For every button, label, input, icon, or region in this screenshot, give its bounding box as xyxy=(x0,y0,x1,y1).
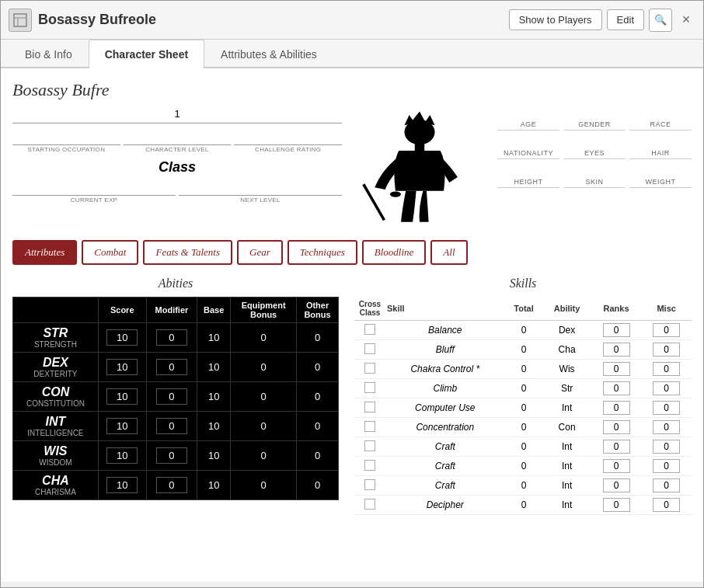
ability-modifier-wis[interactable] xyxy=(146,441,197,471)
ability-modifier-dex[interactable] xyxy=(146,353,197,382)
section-btn-attributes[interactable]: Attributes xyxy=(12,240,77,265)
skill-misc-5[interactable] xyxy=(641,418,692,437)
tab-character-sheet[interactable]: Character Sheet xyxy=(89,40,204,68)
skill-misc-2[interactable] xyxy=(641,360,692,379)
skill-ranks-input-3[interactable] xyxy=(603,381,630,395)
ability-score-cha[interactable] xyxy=(98,471,146,500)
skill-cross-0[interactable] xyxy=(354,321,385,340)
section-btn-techniques[interactable]: Techniques xyxy=(288,240,357,265)
skill-ranks-7[interactable] xyxy=(591,457,642,476)
skill-cross-8[interactable] xyxy=(354,476,385,496)
skill-misc-input-5[interactable] xyxy=(653,420,680,434)
skill-misc-input-8[interactable] xyxy=(653,478,680,492)
ability-modifier-input-wis[interactable] xyxy=(156,447,187,464)
skill-cross-3[interactable] xyxy=(354,379,385,398)
skill-ranks-input-6[interactable] xyxy=(603,440,630,454)
skill-ranks-input-0[interactable] xyxy=(603,323,630,337)
ability-modifier-input-int[interactable] xyxy=(156,418,187,434)
tab-bio-info[interactable]: Bio & Info xyxy=(9,40,89,68)
ability-score-input-int[interactable] xyxy=(106,418,138,434)
skill-misc-input-4[interactable] xyxy=(653,401,680,415)
bio-grid-row3: Height Skin Weight xyxy=(497,165,692,194)
ability-modifier-int[interactable] xyxy=(146,412,197,441)
skill-misc-8[interactable] xyxy=(641,476,692,496)
skill-total-0: 0 xyxy=(505,321,543,340)
show-to-players-button[interactable]: Show to Players xyxy=(509,9,602,30)
skin-field: Skin xyxy=(563,165,626,188)
tab-attributes-abilities[interactable]: Attributes & Abilities xyxy=(204,40,333,68)
skill-cross-7[interactable] xyxy=(354,457,385,476)
skill-ranks-input-5[interactable] xyxy=(603,420,630,434)
skill-cross-9[interactable] xyxy=(354,496,385,515)
skill-ranks-input-2[interactable] xyxy=(603,362,630,376)
ability-col-equip: EquipmentBonus xyxy=(231,297,297,323)
skill-ranks-5[interactable] xyxy=(591,418,642,437)
skill-misc-input-1[interactable] xyxy=(653,343,680,357)
skill-misc-input-6[interactable] xyxy=(653,440,680,454)
character-silhouette xyxy=(361,108,478,232)
skill-misc-1[interactable] xyxy=(641,340,692,360)
skill-row: Concentration 0 Con xyxy=(354,418,692,437)
skill-misc-9[interactable] xyxy=(641,496,692,515)
skill-ranks-input-9[interactable] xyxy=(603,498,630,512)
skill-misc-input-0[interactable] xyxy=(653,323,680,337)
edit-button[interactable]: Edit xyxy=(607,9,644,30)
ability-modifier-cha[interactable] xyxy=(146,471,197,500)
section-btn-gear[interactable]: Gear xyxy=(237,240,283,265)
skill-total-1: 0 xyxy=(505,340,543,360)
skill-misc-input-9[interactable] xyxy=(653,498,680,512)
skill-misc-7[interactable] xyxy=(641,457,692,476)
skill-misc-6[interactable] xyxy=(641,437,692,457)
ability-score-wis[interactable] xyxy=(98,441,146,471)
skill-misc-input-7[interactable] xyxy=(653,459,680,473)
skill-ranks-input-7[interactable] xyxy=(603,459,630,473)
ability-modifier-con[interactable] xyxy=(146,382,197,412)
skill-ranks-9[interactable] xyxy=(591,496,642,515)
skill-ranks-3[interactable] xyxy=(591,379,642,398)
section-btn-combat[interactable]: Combat xyxy=(82,240,138,265)
skill-row: Bluff 0 Cha xyxy=(354,340,692,360)
ability-score-dex[interactable] xyxy=(98,353,146,382)
ability-score-con[interactable] xyxy=(98,382,146,412)
skill-ability-2: Wis xyxy=(542,360,591,379)
section-btn-feats[interactable]: Feats & Talents xyxy=(143,240,232,265)
ability-modifier-str[interactable] xyxy=(146,323,197,353)
skill-row: Climb 0 Str xyxy=(354,379,692,398)
skill-cross-5[interactable] xyxy=(354,418,385,437)
ability-score-input-con[interactable] xyxy=(106,388,138,405)
skill-misc-0[interactable] xyxy=(641,321,692,340)
skill-cross-2[interactable] xyxy=(354,360,385,379)
ability-other-dex: 0 xyxy=(297,353,339,382)
ability-modifier-input-str[interactable] xyxy=(156,329,187,346)
skill-cross-1[interactable] xyxy=(354,340,385,360)
skill-misc-input-3[interactable] xyxy=(653,381,680,395)
skill-ranks-input-4[interactable] xyxy=(603,401,630,415)
eyes-field: Eyes xyxy=(563,137,626,159)
skill-ranks-input-1[interactable] xyxy=(603,343,630,357)
search-button[interactable]: 🔍 xyxy=(649,9,672,32)
ability-score-str[interactable] xyxy=(98,323,146,353)
skill-misc-input-2[interactable] xyxy=(653,362,680,376)
skill-ranks-input-8[interactable] xyxy=(603,478,630,492)
skill-cross-4[interactable] xyxy=(354,398,385,418)
ability-score-input-wis[interactable] xyxy=(106,447,138,464)
skill-ranks-1[interactable] xyxy=(591,340,642,360)
skill-ranks-0[interactable] xyxy=(591,321,642,340)
section-btn-all[interactable]: All xyxy=(430,240,467,265)
ability-score-int[interactable] xyxy=(98,412,146,441)
skill-misc-4[interactable] xyxy=(641,398,692,418)
ability-modifier-input-dex[interactable] xyxy=(156,359,187,375)
skill-ranks-6[interactable] xyxy=(591,437,642,457)
skill-ranks-8[interactable] xyxy=(591,476,642,496)
section-btn-bloodline[interactable]: Bloodline xyxy=(362,240,427,265)
close-button[interactable]: × xyxy=(677,11,695,30)
ability-score-input-dex[interactable] xyxy=(106,359,138,375)
skill-ranks-2[interactable] xyxy=(591,360,642,379)
skill-cross-6[interactable] xyxy=(354,437,385,457)
ability-score-input-str[interactable] xyxy=(106,329,138,346)
ability-score-input-cha[interactable] xyxy=(106,477,138,493)
skill-ranks-4[interactable] xyxy=(591,398,642,418)
ability-modifier-input-con[interactable] xyxy=(156,388,187,405)
skill-misc-3[interactable] xyxy=(641,379,692,398)
ability-modifier-input-cha[interactable] xyxy=(156,477,187,493)
